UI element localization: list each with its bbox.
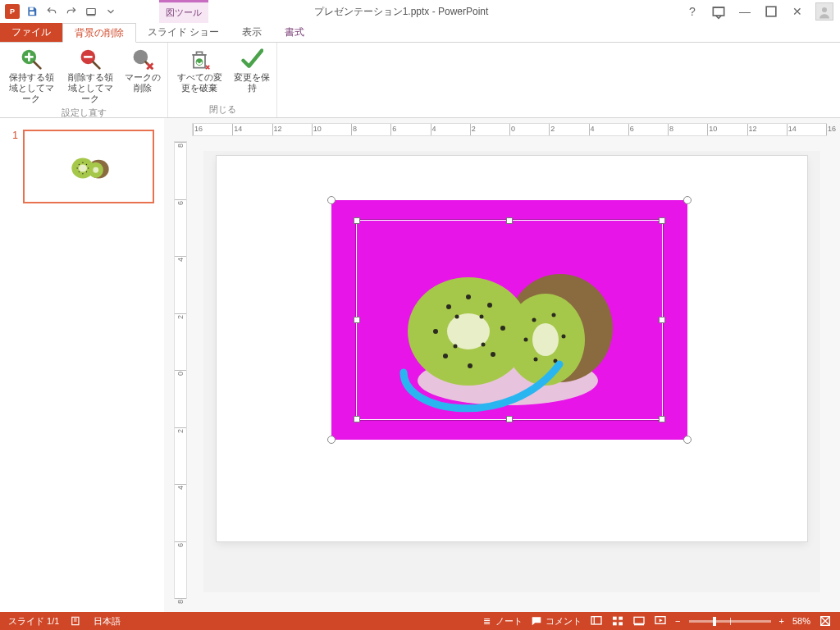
thumbnail-row: 1 — [8, 130, 156, 203]
mark-areas-to-keep-button[interactable]: 保持する領域としてマーク — [5, 46, 57, 105]
notes-label: ノート — [495, 615, 523, 628]
zoom-in-button[interactable]: + — [779, 616, 784, 626]
notes-button[interactable]: ≣ ノート — [481, 615, 523, 628]
comments-icon — [531, 615, 542, 627]
powerpoint-app-icon: P — [5, 4, 20, 19]
keep-changes-label: 変更を保持 — [232, 72, 272, 94]
zoom-slider[interactable] — [689, 620, 771, 623]
zoom-slider-thumb[interactable] — [713, 617, 716, 626]
svg-point-5 — [822, 7, 827, 12]
svg-rect-3 — [713, 7, 724, 16]
redo-icon[interactable] — [64, 4, 79, 19]
zoom-out-button[interactable]: − — [675, 616, 680, 626]
spellcheck-button[interactable] — [71, 615, 82, 627]
ribbon-display-options-icon[interactable] — [710, 3, 727, 20]
removal-marquee[interactable] — [356, 220, 663, 420]
workspace: 1 1614121086420246810121416 864202468 — [0, 118, 840, 612]
svg-rect-48 — [591, 617, 601, 624]
start-from-beginning-icon[interactable] — [84, 4, 98, 19]
mark-remove-icon — [79, 48, 102, 71]
normal-view-button[interactable] — [590, 614, 603, 628]
horizontal-ruler[interactable]: 1614121086420246810121416 — [192, 123, 827, 136]
mark-keep-icon — [20, 48, 43, 71]
svg-point-12 — [79, 164, 87, 171]
help-icon[interactable]: ? — [684, 3, 701, 20]
language-indicator[interactable]: 日本語 — [94, 615, 121, 628]
picture-handle-ne[interactable] — [683, 196, 692, 204]
ribbon-group-close: すべての変更を破棄 変更を保持 閉じる — [168, 43, 277, 117]
svg-point-16 — [82, 162, 83, 163]
vertical-ruler[interactable]: 864202468 — [174, 141, 187, 599]
title-bar: P 図ツール プレゼンテーション1.pptx - PowerPoint ? — … — [0, 0, 840, 23]
delete-mark-label: マークの削除 — [123, 72, 162, 94]
handle-e[interactable] — [659, 317, 665, 323]
ribbon-group-refine: 保持する領域としてマーク 削除する領域としてマーク マークの削除 設定し直す — [0, 43, 168, 117]
svg-point-22 — [76, 167, 77, 168]
thumbnail-number: 1 — [8, 130, 18, 203]
svg-point-19 — [86, 171, 87, 172]
slide-thumbnails-pane[interactable]: 1 — [0, 118, 164, 612]
tab-background-removal[interactable]: 背景の削除 — [62, 23, 136, 43]
save-icon[interactable] — [25, 4, 39, 19]
handle-se[interactable] — [659, 416, 665, 422]
minimize-icon[interactable]: — — [737, 3, 753, 20]
slide[interactable] — [217, 156, 807, 541]
ribbon-group-close-label: 閉じる — [209, 102, 236, 116]
svg-rect-51 — [613, 622, 617, 625]
svg-point-17 — [86, 164, 87, 165]
svg-rect-49 — [613, 617, 617, 620]
picture-handle-sw[interactable] — [327, 436, 336, 444]
svg-point-15 — [79, 164, 80, 165]
svg-rect-50 — [619, 617, 623, 620]
discard-label: すべての変更を破棄 — [173, 72, 226, 94]
picture-handle-nw[interactable] — [327, 196, 336, 204]
svg-rect-53 — [634, 617, 644, 623]
status-bar: スライド 1/1 日本語 ≣ ノート コメント — [0, 612, 840, 630]
slideshow-view-button[interactable] — [654, 614, 667, 628]
close-icon[interactable]: ✕ — [789, 3, 806, 20]
slide-canvas-area[interactable] — [203, 151, 820, 592]
mark-remove-label: 削除する領域としてマーク — [64, 72, 116, 105]
contextual-tab-group-picture-tools: 図ツール — [159, 0, 208, 23]
svg-rect-2 — [87, 9, 96, 15]
handle-w[interactable] — [354, 317, 360, 323]
delete-mark-button[interactable]: マークの削除 — [123, 46, 162, 105]
tab-slideshow[interactable]: スライド ショー — [136, 23, 231, 42]
zoom-percent[interactable]: 58% — [792, 616, 810, 626]
qat-customize-chevron-icon[interactable] — [103, 4, 118, 19]
fit-to-window-button[interactable] — [819, 614, 832, 628]
title-center: 図ツール プレゼンテーション1.pptx - PowerPoint — [118, 0, 684, 23]
mark-areas-to-remove-button[interactable]: 削除する領域としてマーク — [64, 46, 116, 105]
slide-editor: 1614121086420246810121416 864202468 — [164, 118, 840, 612]
reading-view-button[interactable] — [632, 614, 646, 628]
account-avatar[interactable] — [815, 2, 833, 21]
undo-icon[interactable] — [44, 4, 59, 19]
delete-mark-icon — [131, 48, 154, 71]
notes-icon: ≣ — [481, 615, 492, 627]
picture-handle-se[interactable] — [683, 436, 692, 444]
handle-n[interactable] — [506, 217, 513, 224]
slide-thumbnail-1[interactable] — [23, 130, 154, 203]
tab-file[interactable]: ファイル — [0, 23, 62, 42]
quick-access-toolbar: P — [0, 0, 118, 23]
slide-sorter-view-button[interactable] — [611, 614, 624, 628]
spellcheck-icon — [71, 615, 82, 627]
selected-picture[interactable] — [331, 200, 687, 440]
handle-s[interactable] — [506, 416, 513, 422]
handle-ne[interactable] — [659, 217, 665, 224]
window-title: プレゼンテーション1.pptx - PowerPoint — [314, 5, 489, 19]
svg-rect-52 — [619, 622, 623, 625]
handle-sw[interactable] — [354, 416, 360, 422]
handle-nw[interactable] — [354, 217, 360, 224]
keep-changes-button[interactable]: 変更を保持 — [232, 46, 272, 102]
svg-rect-0 — [30, 7, 34, 10]
window-controls: ? — ✕ — [684, 0, 840, 23]
maximize-icon[interactable] — [763, 3, 779, 20]
discard-all-changes-button[interactable]: すべての変更を破棄 — [173, 46, 226, 102]
svg-point-18 — [88, 167, 89, 168]
tab-view[interactable]: 表示 — [231, 23, 273, 42]
comments-button[interactable]: コメント — [531, 615, 582, 628]
slide-counter[interactable]: スライド 1/1 — [8, 615, 59, 628]
discard-icon — [188, 48, 211, 71]
tab-format[interactable]: 書式 — [273, 23, 316, 42]
